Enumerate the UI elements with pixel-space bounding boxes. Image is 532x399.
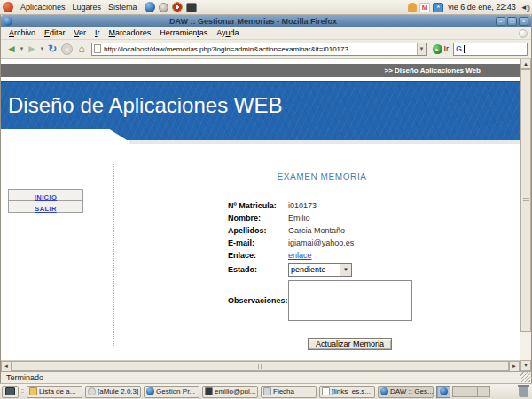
- throbber-icon: [519, 29, 528, 38]
- screenshot-icon[interactable]: [159, 3, 168, 12]
- enlace-link[interactable]: enlace: [288, 251, 312, 260]
- gmail-icon[interactable]: M: [419, 3, 430, 12]
- search-input[interactable]: G: [453, 43, 528, 56]
- menu-item[interactable]: Ir: [90, 27, 105, 39]
- terminal-icon[interactable]: [186, 3, 197, 12]
- sidebar-link[interactable]: INICIO: [35, 193, 57, 201]
- show-desktop-button[interactable]: [2, 386, 19, 398]
- lifebuoy-help-icon[interactable]: [172, 2, 183, 12]
- back-button[interactable]: ◄: [4, 41, 19, 57]
- home-button[interactable]: ⌂: [74, 43, 89, 55]
- distro-icon[interactable]: [3, 2, 13, 12]
- observaciones-textarea[interactable]: [288, 280, 412, 321]
- menu-item[interactable]: Herramientas: [155, 27, 212, 39]
- menu-item[interactable]: Marcadores: [105, 27, 156, 39]
- monitor-icon: [5, 387, 15, 395]
- window-title: DAW :: Gestionar Memorias - Mozilla Fire…: [12, 15, 494, 27]
- sidebar-link[interactable]: SALIR: [35, 205, 57, 213]
- go-button[interactable]: ▸ Ir: [430, 44, 452, 54]
- menu-label-pre: Ay: [216, 28, 225, 37]
- go-icon: ▸: [433, 44, 442, 54]
- maximize-button[interactable]: □: [507, 17, 517, 26]
- taskbar-window-label: Gestion Pr...: [156, 387, 195, 395]
- back-dropdown[interactable]: ▼: [19, 46, 25, 51]
- taskbar-window-button[interactable]: Flecha: [261, 386, 317, 398]
- gnome-top-panel: AplicacionesLugaresSistema M * vie 6 de …: [0, 0, 532, 15]
- chevron-down-icon[interactable]: ▼: [340, 264, 351, 276]
- menu-label-post: er: [79, 28, 86, 37]
- minimize-button[interactable]: –: [496, 17, 505, 26]
- forward-dropdown[interactable]: ▼: [39, 46, 45, 51]
- terminal-icon: [205, 387, 213, 395]
- taskbar-window-button[interactable]: Gestion Pr...: [144, 386, 200, 398]
- menu-item[interactable]: Ver: [70, 27, 91, 39]
- menu-item[interactable]: Archivo: [4, 27, 40, 39]
- menu-item[interactable]: Editar: [40, 27, 70, 39]
- field-label: Estado:: [228, 265, 288, 274]
- taskbar-window-button[interactable]: [links_es.s...: [319, 386, 375, 398]
- google-logo-icon: G: [456, 43, 462, 55]
- trash-applet[interactable]: [519, 387, 530, 397]
- url-input[interactable]: [103, 43, 417, 55]
- close-button[interactable]: ×: [519, 17, 528, 26]
- horizontal-scroll-thumb[interactable]: [12, 361, 509, 371]
- menu-label-post: as: [200, 28, 208, 37]
- sidebar-item[interactable]: INICIO: [8, 189, 83, 201]
- user-icon[interactable]: [408, 3, 417, 12]
- resize-grip[interactable]: [520, 372, 530, 382]
- workspace-cell[interactable]: [465, 386, 478, 397]
- titlebar[interactable]: DAW :: Gestionar Memorias - Mozilla Fire…: [1, 15, 531, 27]
- workspace-cell[interactable]: [477, 386, 490, 397]
- panel-menu[interactable]: Sistema: [105, 0, 141, 14]
- field-value: Emilio: [288, 214, 416, 223]
- text-caret: [464, 45, 465, 53]
- image-icon: [263, 387, 271, 395]
- scroll-up-icon[interactable]: ▲: [520, 59, 531, 69]
- volume-icon[interactable]: ◄)): [520, 4, 529, 12]
- taskbar-window-label: [links_es.s...: [332, 387, 371, 395]
- estado-select[interactable]: pendiente ▼: [288, 263, 352, 277]
- firefox-mini-button[interactable]: [436, 386, 450, 398]
- scroll-down-icon[interactable]: ▼: [520, 360, 531, 371]
- sidebar-item[interactable]: SALIR: [8, 200, 83, 213]
- panel-menu[interactable]: Aplicaciones: [17, 0, 69, 14]
- vertical-scrollbar[interactable]: ▲ ▼: [520, 59, 531, 371]
- menu-label-pre: Herramien: [160, 28, 197, 37]
- panel-clock[interactable]: vie 6 de ene, 22:43: [446, 3, 518, 12]
- menu-label-post: arcadores: [115, 28, 151, 37]
- browser-globe-icon[interactable]: [145, 2, 155, 12]
- taskbar-window-button[interactable]: [aMule 2.0.3]: [85, 386, 141, 398]
- horizontal-scrollbar[interactable]: ◄ ►: [1, 360, 520, 371]
- form-rows: Nº Matricula:i010173Nombre:EmilioApellid…: [228, 200, 416, 249]
- url-dropdown[interactable]: ▼: [417, 43, 426, 55]
- menu-item[interactable]: Ayuda: [212, 27, 243, 39]
- firefox-window: DAW :: Gestionar Memorias - Mozilla Fire…: [0, 15, 532, 383]
- taskbar-window-button[interactable]: DAW :: Ges...: [378, 386, 434, 398]
- breadcrumb: >> Diseño Aplicaciones Web: [1, 64, 520, 77]
- status-text: Terminado: [6, 373, 43, 382]
- firefox-icon: [440, 387, 448, 395]
- menu-label-post: ditar: [50, 28, 66, 37]
- banner-notch: [1, 129, 127, 140]
- stop-button[interactable]: ×: [61, 43, 73, 55]
- forward-button[interactable]: ►: [25, 41, 39, 57]
- taskbar-window-button[interactable]: emilio@pul...: [202, 386, 258, 398]
- panel-menu[interactable]: Lugares: [69, 0, 106, 14]
- reload-button[interactable]: ↻: [45, 43, 59, 55]
- page-viewport: >> Diseño Aplicaciones Web Diseño de Apl…: [1, 59, 520, 360]
- sidebar-nav: INICIOSALIR: [8, 189, 83, 213]
- form-row: Apellidos:Garcia Montaño: [228, 224, 416, 237]
- vertical-scroll-thumb[interactable]: [520, 69, 531, 332]
- updates-icon[interactable]: *: [433, 3, 443, 12]
- banner-shadow: [129, 140, 520, 144]
- actualizar-memoria-button[interactable]: Actualizar Memoria: [308, 338, 392, 350]
- taskbar-window-label: [aMule 2.0.3]: [98, 387, 138, 395]
- amule-icon: [88, 387, 96, 395]
- workspace-pager: [453, 386, 490, 397]
- panel-menus: AplicacionesLugaresSistema: [17, 0, 141, 14]
- vertical-scroll-track[interactable]: [520, 332, 531, 360]
- workspace-cell[interactable]: [452, 386, 466, 397]
- memoria-form: EXAMEN MEMORIA Nº Matricula:i010173Nombr…: [228, 172, 416, 350]
- navigation-toolbar: ◄ ▼ ► ▼ ↻ × ⌂ ▼ ▸ Ir G: [1, 40, 531, 59]
- taskbar-window-button[interactable]: Lista de a...: [27, 386, 82, 398]
